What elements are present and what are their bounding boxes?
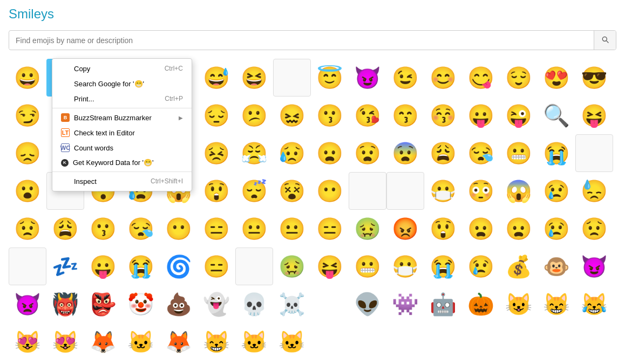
emoji-cell[interactable]: 😈 bbox=[349, 59, 386, 97]
emoji-cell[interactable]: 😋 bbox=[462, 59, 500, 97]
emoji-cell[interactable]: 😶 bbox=[311, 172, 349, 210]
emoji-cell[interactable]: 😗 bbox=[311, 97, 349, 134]
menu-item-copy[interactable]: CopyCtrl+C bbox=[52, 61, 192, 76]
emoji-cell[interactable]: ☠️ bbox=[273, 285, 311, 323]
emoji-cell[interactable]: 😱 bbox=[500, 172, 538, 210]
emoji-cell[interactable]: 😩 bbox=[424, 134, 462, 172]
emoji-cell[interactable]: 😻 bbox=[9, 323, 46, 361]
emoji-cell[interactable]: 😭 bbox=[538, 134, 575, 172]
emoji-cell[interactable]: 😑 bbox=[198, 248, 235, 285]
emoji-cell[interactable]: 🤡 bbox=[122, 285, 160, 323]
emoji-cell[interactable]: 😍 bbox=[538, 59, 575, 97]
emoji-cell[interactable]: 😸 bbox=[198, 323, 235, 361]
emoji-cell[interactable]: 🦊 bbox=[160, 323, 198, 361]
emoji-cell[interactable] bbox=[235, 248, 273, 285]
menu-item-lt[interactable]: LTCheck text in Editor bbox=[52, 125, 192, 140]
emoji-cell[interactable]: 😌 bbox=[500, 59, 538, 97]
emoji-cell[interactable]: 😇 bbox=[311, 59, 349, 97]
emoji-cell[interactable]: 😑 bbox=[311, 210, 349, 248]
emoji-cell[interactable]: 😧 bbox=[349, 134, 386, 172]
emoji-cell[interactable]: 😦 bbox=[311, 134, 349, 172]
emoji-cell[interactable]: 😟 bbox=[9, 210, 46, 248]
emoji-cell[interactable]: 🐱 bbox=[235, 323, 273, 361]
emoji-cell[interactable]: 🌀 bbox=[160, 248, 198, 285]
emoji-cell[interactable]: 😕 bbox=[235, 97, 273, 134]
emoji-cell[interactable]: 😲 bbox=[198, 172, 235, 210]
menu-item-buzzmarker[interactable]: BBuzzStream Buzzmarker▶ bbox=[52, 110, 192, 125]
emoji-cell[interactable]: 😢 bbox=[538, 210, 575, 248]
emoji-cell[interactable]: 💤 bbox=[46, 248, 84, 285]
emoji-cell[interactable]: 😻 bbox=[46, 323, 84, 361]
emoji-cell[interactable]: 🎃 bbox=[462, 285, 500, 323]
emoji-cell[interactable]: 😗 bbox=[84, 210, 122, 248]
emoji-cell[interactable]: 😷 bbox=[424, 172, 462, 210]
emoji-cell[interactable]: 😊 bbox=[424, 59, 462, 97]
emoji-cell[interactable]: 😛 bbox=[462, 97, 500, 134]
emoji-cell[interactable]: 😎 bbox=[575, 59, 613, 97]
emoji-cell[interactable]: 😏 bbox=[9, 97, 46, 134]
menu-item-kw[interactable]: KGet Keyword Data for '😁' bbox=[52, 155, 192, 170]
emoji-cell[interactable]: 🐱 bbox=[122, 323, 160, 361]
emoji-cell[interactable]: 😤 bbox=[235, 134, 273, 172]
emoji-cell[interactable]: 😺 bbox=[500, 285, 538, 323]
emoji-cell[interactable]: 👺 bbox=[84, 285, 122, 323]
emoji-cell[interactable]: 😲 bbox=[424, 210, 462, 248]
emoji-cell[interactable]: 💩 bbox=[160, 285, 198, 323]
emoji-cell[interactable]: 💰 bbox=[500, 248, 538, 285]
emoji-cell[interactable]: 😳 bbox=[462, 172, 500, 210]
emoji-cell[interactable]: 😅 bbox=[198, 59, 235, 97]
menu-item-wc[interactable]: WCCount words bbox=[52, 140, 192, 155]
emoji-cell[interactable] bbox=[311, 285, 349, 323]
emoji-cell[interactable]: 💀 bbox=[235, 285, 273, 323]
emoji-cell[interactable]: 😮 bbox=[9, 172, 46, 210]
emoji-cell[interactable]: 🔍 bbox=[538, 97, 575, 134]
emoji-cell[interactable]: 😖 bbox=[273, 97, 311, 134]
search-button[interactable] bbox=[594, 31, 616, 50]
emoji-cell[interactable] bbox=[273, 59, 311, 97]
emoji-cell[interactable]: 😬 bbox=[349, 248, 386, 285]
emoji-cell[interactable]: 😓 bbox=[575, 172, 613, 210]
emoji-cell[interactable]: 😩 bbox=[46, 210, 84, 248]
emoji-cell[interactable]: 😭 bbox=[424, 248, 462, 285]
emoji-cell[interactable]: 😵 bbox=[273, 172, 311, 210]
emoji-cell[interactable]: 😴 bbox=[235, 172, 273, 210]
emoji-cell[interactable]: 😨 bbox=[386, 134, 424, 172]
emoji-cell[interactable]: 🐱 bbox=[273, 323, 311, 361]
emoji-cell[interactable]: 😐 bbox=[235, 210, 273, 248]
emoji-cell[interactable]: 😛 bbox=[84, 248, 122, 285]
menu-item-inspect[interactable]: InspectCtrl+Shift+I bbox=[52, 174, 192, 189]
emoji-cell[interactable]: 🤖 bbox=[424, 285, 462, 323]
emoji-cell[interactable]: 😆 bbox=[235, 59, 273, 97]
emoji-cell[interactable]: 😣 bbox=[198, 134, 235, 172]
emoji-cell[interactable]: 😞 bbox=[9, 134, 46, 172]
emoji-cell[interactable]: 👾 bbox=[386, 285, 424, 323]
emoji-cell[interactable]: 😉 bbox=[386, 59, 424, 97]
emoji-cell[interactable] bbox=[386, 172, 424, 210]
emoji-cell[interactable]: 😦 bbox=[462, 210, 500, 248]
emoji-cell[interactable]: 😔 bbox=[198, 97, 235, 134]
emoji-cell[interactable]: 😟 bbox=[575, 210, 613, 248]
emoji-cell[interactable]: 😷 bbox=[386, 248, 424, 285]
emoji-cell[interactable]: 😹 bbox=[575, 285, 613, 323]
emoji-cell[interactable]: 😬 bbox=[500, 134, 538, 172]
emoji-cell[interactable]: 😶 bbox=[160, 210, 198, 248]
emoji-cell[interactable]: 😝 bbox=[311, 248, 349, 285]
emoji-cell[interactable]: 😪 bbox=[122, 210, 160, 248]
emoji-cell[interactable]: 👹 bbox=[46, 285, 84, 323]
emoji-cell[interactable]: 🤢 bbox=[273, 248, 311, 285]
menu-item-search-google[interactable]: Search Google for '😁' bbox=[52, 76, 192, 91]
emoji-cell[interactable]: 😢 bbox=[462, 248, 500, 285]
emoji-cell[interactable]: 😸 bbox=[538, 285, 575, 323]
emoji-cell[interactable]: 😙 bbox=[386, 97, 424, 134]
emoji-cell[interactable]: 😀 bbox=[9, 59, 46, 97]
emoji-cell[interactable]: 😘 bbox=[349, 97, 386, 134]
emoji-cell[interactable]: 👿 bbox=[9, 285, 46, 323]
menu-item-print[interactable]: Print...Ctrl+P bbox=[52, 91, 192, 106]
emoji-cell[interactable]: 😭 bbox=[122, 248, 160, 285]
emoji-cell[interactable] bbox=[9, 248, 46, 285]
emoji-cell[interactable]: 😜 bbox=[500, 97, 538, 134]
emoji-cell[interactable]: 😦 bbox=[500, 210, 538, 248]
emoji-cell[interactable]: 🐵 bbox=[538, 248, 575, 285]
emoji-cell[interactable]: 😥 bbox=[273, 134, 311, 172]
emoji-cell[interactable]: 😈 bbox=[575, 248, 613, 285]
